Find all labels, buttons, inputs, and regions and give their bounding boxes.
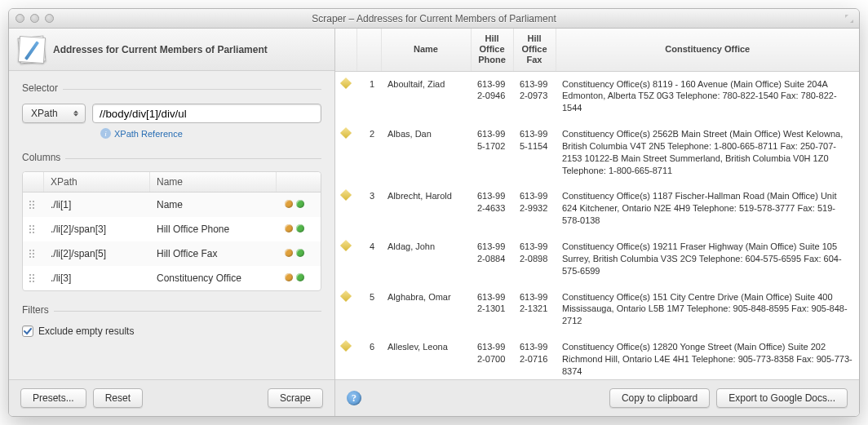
- column-row: ./li[2]/span[5]Hill Office Fax: [23, 241, 321, 266]
- edit-cell[interactable]: [335, 122, 356, 184]
- scrape-button[interactable]: Scrape: [268, 388, 323, 408]
- pencil-icon: [342, 292, 350, 300]
- row-name: Aldag, John: [381, 234, 471, 285]
- row-index: 6: [356, 334, 381, 379]
- minimize-icon[interactable]: [30, 14, 39, 23]
- remove-column-icon[interactable]: [285, 249, 293, 257]
- pencil-icon: [342, 342, 350, 350]
- row-hill-fax: 613-​992-​0973: [513, 71, 556, 122]
- add-column-icon[interactable]: [296, 273, 304, 281]
- add-column-icon[interactable]: [296, 224, 304, 232]
- column-row: ./li[2]/span[3]Hill Office Phone: [23, 217, 321, 241]
- column-actions: [277, 246, 321, 261]
- row-index: 4: [356, 234, 381, 285]
- row-hill-phone: 613-​992-​0884: [471, 234, 513, 285]
- export-button[interactable]: Export to Google Docs...: [716, 388, 848, 408]
- column-actions: [277, 271, 321, 286]
- results-scroll[interactable]: Name Hill Office Phone Hill Office Fax C…: [335, 29, 859, 379]
- row-name: Albas, Dan: [381, 122, 471, 184]
- pencil-icon: [342, 129, 350, 137]
- config-footer: Presets... Reset Scrape: [9, 379, 334, 416]
- app-window: Scraper – Addresses for Current Members …: [8, 8, 860, 417]
- selector-expression-input[interactable]: [92, 104, 321, 123]
- row-index: 1: [356, 71, 381, 122]
- row-hill-phone: 613-​992-​1301: [471, 284, 513, 334]
- column-actions: [277, 222, 321, 237]
- remove-column-icon[interactable]: [285, 224, 293, 232]
- column-name: Hill Office Phone: [150, 222, 277, 237]
- doc-header: Addresses for Current Members of Parliam…: [9, 29, 334, 71]
- info-icon: i: [100, 128, 111, 139]
- remove-column-icon[interactable]: [285, 200, 293, 208]
- doc-icon: [19, 37, 45, 63]
- chevron-updown-icon: [73, 111, 80, 117]
- pencil-icon: [342, 191, 350, 199]
- presets-button[interactable]: Presets...: [20, 388, 86, 408]
- window-controls: [16, 14, 54, 23]
- copy-button[interactable]: Copy to clipboard: [609, 388, 710, 408]
- edit-cell[interactable]: [335, 234, 356, 285]
- col-name: Name: [381, 29, 471, 71]
- pencil-icon: [342, 241, 350, 250]
- column-row: ./li[3]Constituency Office: [23, 266, 321, 290]
- row-index: 5: [356, 284, 381, 334]
- table-row: 2Albas, Dan613-​995-​1702613-​995-​1154C…: [335, 122, 859, 184]
- exclude-empty-label: Exclude empty results: [38, 325, 134, 337]
- add-column-icon[interactable]: [296, 200, 304, 208]
- drag-handle[interactable]: [23, 224, 44, 235]
- edit-cell[interactable]: [335, 284, 356, 334]
- xpath-reference-link[interactable]: i XPath Reference: [100, 128, 321, 139]
- table-row: 5Alghabra, Omar613-​992-​1301613-​992-​1…: [335, 284, 859, 334]
- remove-column-icon[interactable]: [285, 273, 293, 281]
- row-hill-phone: 613-​992-​0700: [471, 334, 513, 379]
- config-pane: Addresses for Current Members of Parliam…: [9, 29, 335, 416]
- edit-cell[interactable]: [335, 71, 356, 122]
- drag-handle[interactable]: [23, 272, 44, 284]
- edit-cell[interactable]: [335, 184, 356, 234]
- row-name: Alghabra, Omar: [381, 284, 471, 334]
- drag-handle[interactable]: [23, 199, 44, 210]
- results-pane: Name Hill Office Phone Hill Office Fax C…: [335, 29, 859, 416]
- columns-fieldset: Columns XPath Name ./li[1]Name./li[2]/sp…: [22, 152, 321, 291]
- row-hill-fax: 613-​992-​0898: [513, 234, 556, 285]
- pencil-icon: [342, 79, 350, 87]
- row-index: 3: [356, 184, 381, 234]
- row-constituency: Constituency Office(s) 8119 - 160 Avenue…: [556, 71, 859, 122]
- table-row: 6Alleslev, Leona613-​992-​0700613-​992-​…: [335, 334, 859, 379]
- help-icon[interactable]: ?: [347, 391, 361, 405]
- col-index: [356, 29, 381, 71]
- doc-title: Addresses for Current Members of Parliam…: [53, 44, 268, 55]
- window-title: Scraper – Addresses for Current Members …: [9, 13, 859, 24]
- xpath-reference-label: XPath Reference: [114, 129, 183, 139]
- row-name: Albrecht, Harold: [381, 184, 471, 234]
- filters-legend: Filters: [22, 304, 54, 316]
- reset-button[interactable]: Reset: [93, 388, 143, 408]
- row-constituency: Constituency Office(s) 19211 Fraser High…: [556, 234, 859, 285]
- table-row: 3Albrecht, Harold613-​992-​4633613-​992-…: [335, 184, 859, 234]
- column-name: Hill Office Fax: [150, 246, 277, 261]
- drag-handle[interactable]: [23, 248, 44, 259]
- column-xpath: ./li[3]: [44, 271, 150, 286]
- fullscreen-icon[interactable]: [844, 14, 854, 24]
- row-constituency: Constituency Office(s) 12820 Yonge Stree…: [556, 334, 859, 379]
- column-xpath: ./li[2]/span[5]: [44, 246, 150, 261]
- col-hill-fax: Hill Office Fax: [513, 29, 556, 71]
- selector-legend: Selector: [22, 82, 63, 94]
- edit-cell[interactable]: [335, 334, 356, 379]
- filters-fieldset: Filters Exclude empty results: [22, 304, 321, 337]
- row-hill-fax: 613-​992-​9932: [513, 184, 556, 234]
- exclude-empty-checkbox[interactable]: [22, 325, 33, 337]
- results-footer: ? Copy to clipboard Export to Google Doc…: [335, 379, 859, 416]
- col-edit: [335, 29, 356, 71]
- row-name: Aboultaif, Ziad: [381, 71, 471, 122]
- row-constituency: Constituency Office(s) 151 City Centre D…: [556, 284, 859, 334]
- col-hill-phone: Hill Office Phone: [471, 29, 513, 71]
- column-xpath: ./li[2]/span[3]: [44, 222, 150, 237]
- columns-table: XPath Name ./li[1]Name./li[2]/span[3]Hil…: [22, 171, 321, 291]
- zoom-icon[interactable]: [45, 14, 54, 23]
- close-icon[interactable]: [16, 14, 24, 23]
- add-column-icon[interactable]: [296, 249, 304, 257]
- selector-mode-select[interactable]: XPath: [22, 104, 86, 123]
- row-hill-phone: 613-​992-​4633: [471, 184, 513, 234]
- row-hill-fax: 613-​992-​1321: [513, 284, 556, 334]
